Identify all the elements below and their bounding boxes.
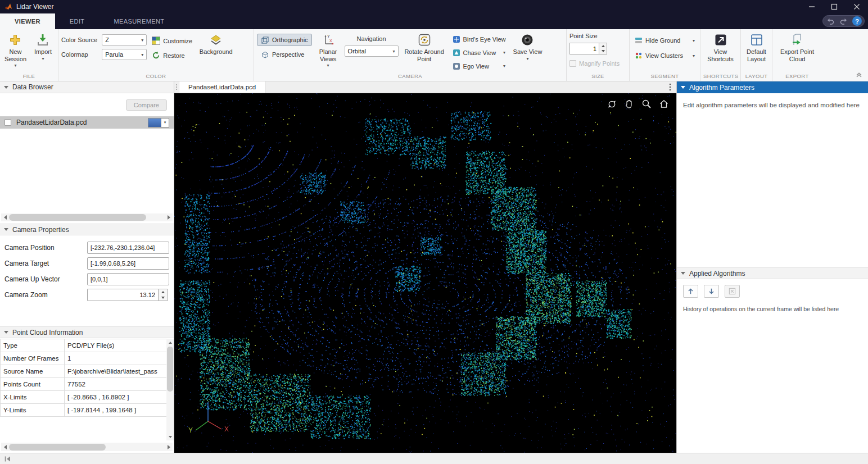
- rotate-around-point-button[interactable]: Rotate Around Point: [401, 31, 447, 63]
- camera-target-input[interactable]: [87, 257, 169, 270]
- camera-properties-header[interactable]: Camera Properties: [0, 224, 174, 235]
- camera-up-vector-input[interactable]: [87, 273, 169, 285]
- algorithm-parameters-header[interactable]: Algorithm Parameters: [677, 81, 868, 93]
- colormap-value: Parula: [105, 51, 123, 58]
- camera-zoom-spinner[interactable]: [158, 289, 168, 301]
- tab-edit[interactable]: EDIT: [55, 13, 100, 29]
- remove-algorithm-button[interactable]: [725, 285, 740, 298]
- birds-eye-view-button[interactable]: Bird's Eye View: [450, 33, 508, 45]
- ego-view-button[interactable]: Ego View: [450, 60, 508, 72]
- ribbon-section-segment: Hide Ground View Clusters SEGMENT: [630, 29, 700, 81]
- point-size-input[interactable]: [569, 43, 599, 54]
- point-cloud-info-vscrollbar[interactable]: [166, 339, 174, 440]
- left-panel: Data Browser Compare PandasetLidarData.p…: [0, 81, 174, 453]
- data-browser-hscrollbar[interactable]: [1, 213, 173, 221]
- close-icon: [853, 3, 860, 10]
- camera-zoom-down-icon[interactable]: [159, 295, 168, 301]
- compare-button[interactable]: Compare: [126, 99, 167, 111]
- tab-overflow-menu-button[interactable]: [664, 81, 676, 93]
- magnify-points-checkbox[interactable]: [569, 60, 576, 67]
- algorithm-parameters-placeholder: Edit algorithm parameters will be displa…: [683, 102, 860, 108]
- axis-triad: Z Y X: [186, 393, 230, 440]
- zoom-tool-button[interactable]: [641, 98, 652, 110]
- scroll-right-icon[interactable]: [165, 443, 173, 451]
- help-button[interactable]: ?: [852, 16, 862, 26]
- point-size-down-icon[interactable]: [599, 49, 607, 54]
- point-cloud-viewport[interactable]: Z Y X: [174, 93, 676, 453]
- export-point-cloud-icon: [790, 33, 804, 47]
- color-swatch[interactable]: [148, 119, 161, 127]
- minimize-button[interactable]: [801, 0, 823, 13]
- default-layout-button[interactable]: Default Layout: [744, 31, 769, 63]
- tab-grip-handle[interactable]: [174, 81, 179, 93]
- table-row: X-Limits[ -20.8663 , 16.8902 ]: [1, 391, 168, 404]
- scroll-left-icon[interactable]: [1, 213, 9, 221]
- collapse-ribbon-button[interactable]: [855, 72, 864, 79]
- applied-algorithms-placeholder: History of operations on the current fra…: [683, 306, 839, 312]
- hscroll-thumb[interactable]: [9, 444, 106, 451]
- scroll-up-icon[interactable]: [166, 339, 174, 346]
- camera-zoom-up-icon[interactable]: [159, 289, 168, 295]
- applied-algorithms-header[interactable]: Applied Algorithms: [677, 267, 868, 279]
- customize-button[interactable]: Customize: [150, 35, 195, 47]
- redo-button[interactable]: [839, 16, 849, 26]
- point-cloud-info-hscrollbar[interactable]: [1, 443, 173, 451]
- info-value: 1: [65, 352, 168, 365]
- home-view-button[interactable]: [658, 98, 670, 110]
- point-size-up-icon[interactable]: [599, 43, 607, 49]
- ribbon-section-layout: Default Layout LAYOUT: [741, 29, 772, 81]
- orthographic-button[interactable]: Orthographic: [257, 34, 312, 46]
- magnify-points-label: Magnify Points: [579, 60, 620, 67]
- save-view-icon: [521, 33, 534, 47]
- data-browser-header[interactable]: Data Browser: [0, 81, 174, 93]
- vscroll-thumb[interactable]: [167, 347, 173, 392]
- undo-button[interactable]: [825, 16, 835, 26]
- magnify-points-checkbox-row[interactable]: Magnify Points: [569, 60, 620, 67]
- navigation-controls: Navigation Orbital: [345, 31, 399, 57]
- camera-zoom-input[interactable]: [87, 289, 158, 301]
- move-down-button[interactable]: [704, 285, 719, 298]
- planar-views-button[interactable]: YX Planar Views: [315, 31, 342, 69]
- close-button[interactable]: [846, 0, 868, 13]
- hide-ground-button[interactable]: Hide Ground: [632, 34, 697, 46]
- restore-button[interactable]: Restore: [150, 49, 195, 61]
- collapse-panel-button[interactable]: [4, 456, 11, 462]
- file-checkbox[interactable]: [4, 119, 11, 126]
- pan-hand-icon: [624, 99, 634, 109]
- import-button[interactable]: Import: [31, 31, 55, 62]
- move-up-button[interactable]: [683, 285, 698, 298]
- view-shortcuts-button[interactable]: View Shortcuts: [704, 31, 737, 63]
- new-session-button[interactable]: New Session: [3, 31, 28, 69]
- colormap-dropdown[interactable]: Parula: [102, 49, 147, 60]
- color-source-label: Color Source: [61, 37, 97, 43]
- color-source-dropdown[interactable]: Z: [102, 34, 147, 46]
- save-view-button[interactable]: Save View: [510, 31, 544, 62]
- navigation-dropdown[interactable]: Orbital: [345, 46, 399, 57]
- chase-view-button[interactable]: Chase View: [450, 47, 508, 58]
- pan-tool-button[interactable]: [623, 98, 635, 110]
- perspective-button[interactable]: Perspective: [257, 48, 312, 61]
- hide-ground-dropdown-icon: [693, 39, 695, 43]
- tab-viewer[interactable]: VIEWER: [0, 13, 55, 29]
- background-button[interactable]: Background: [197, 31, 234, 57]
- point-cloud-file-row[interactable]: PandasetLidarData.pcd: [0, 116, 174, 129]
- camera-position-input[interactable]: [87, 242, 169, 254]
- hscroll-thumb[interactable]: [9, 214, 146, 221]
- point-cloud-info-header[interactable]: Point Cloud Information: [0, 326, 174, 338]
- point-cloud-canvas[interactable]: [174, 93, 676, 453]
- arrow-up-icon: [687, 288, 694, 295]
- scroll-down-icon[interactable]: [166, 433, 174, 440]
- color-swatch-dropdown-icon[interactable]: [161, 119, 169, 127]
- color-swatch-combo[interactable]: [148, 118, 169, 128]
- view-clusters-button[interactable]: View Clusters: [632, 49, 697, 61]
- point-size-spinner[interactable]: [599, 43, 607, 54]
- point-cloud-info-table: TypePCD/PLY File(s) Number Of Frames1 So…: [0, 339, 168, 417]
- scroll-left-icon[interactable]: [1, 443, 9, 451]
- rotate-tool-button[interactable]: [606, 98, 617, 110]
- document-tab[interactable]: PandasetLidarData.pcd: [179, 81, 265, 93]
- maximize-button[interactable]: [823, 0, 846, 13]
- scroll-right-icon[interactable]: [165, 213, 173, 221]
- tab-measurement[interactable]: MEASUREMENT: [99, 13, 179, 29]
- customize-icon: [152, 37, 160, 45]
- export-point-cloud-button[interactable]: Export Point Cloud: [776, 31, 818, 63]
